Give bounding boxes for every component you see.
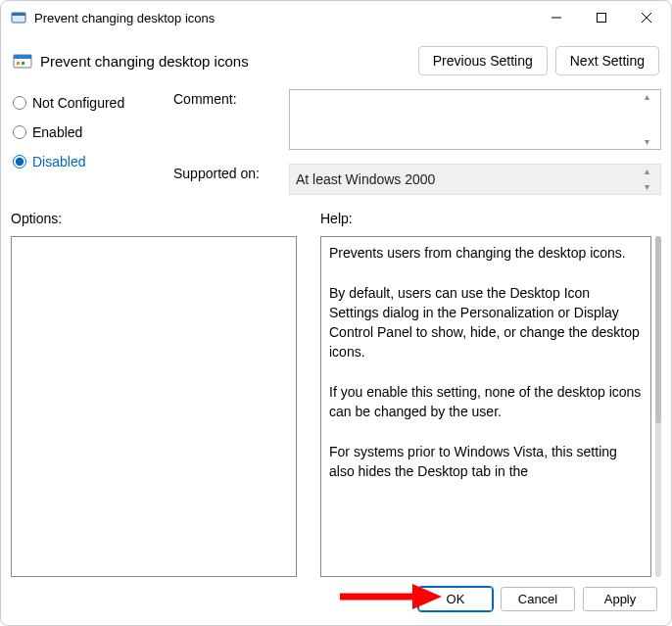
policy-window-icon	[11, 10, 26, 25]
svg-rect-7	[14, 55, 31, 59]
svg-rect-3	[598, 14, 606, 23]
radio-not-configured-input[interactable]	[13, 96, 26, 110]
options-box	[11, 236, 297, 577]
supported-label: Supported on:	[173, 164, 281, 181]
help-wrapper: Prevents users from changing the desktop…	[320, 236, 661, 577]
titlebar: Prevent changing desktop icons	[1, 1, 671, 34]
scroll-down-icon: ▾	[645, 137, 658, 147]
help-text-box[interactable]: Prevents users from changing the desktop…	[320, 236, 651, 577]
supported-on-value: At least Windows 2000	[296, 171, 435, 187]
comment-label: Comment:	[173, 89, 281, 107]
ok-button[interactable]: OK	[418, 587, 493, 611]
svg-rect-8	[17, 62, 20, 65]
dialog-footer: OK Cancel Apply	[11, 577, 661, 615]
supported-row: Supported on: At least Windows 2000 ▴ ▾	[173, 164, 661, 195]
help-scroll-thumb[interactable]	[655, 236, 661, 423]
radio-disabled-input[interactable]	[13, 155, 26, 169]
radio-not-configured[interactable]: Not Configured	[13, 95, 166, 111]
supported-on-field: At least Windows 2000 ▴ ▾	[289, 164, 661, 195]
policy-icon	[13, 51, 32, 71]
window-title: Prevent changing desktop icons	[34, 11, 534, 25]
svg-rect-9	[22, 62, 24, 65]
help-label: Help:	[320, 211, 661, 226]
fields-column: Comment: ▴ ▾ Supported on: At least Wind…	[173, 89, 661, 195]
dialog-content: Prevent changing desktop icons Previous …	[1, 34, 671, 625]
config-row: Not Configured Enabled Disabled Comment:	[11, 89, 661, 195]
radio-enabled-input[interactable]	[13, 125, 26, 139]
maximize-button[interactable]	[579, 3, 624, 32]
radio-disabled-label: Disabled	[32, 154, 85, 169]
radio-enabled[interactable]: Enabled	[13, 124, 166, 140]
comment-input[interactable]: ▴ ▾	[289, 89, 661, 150]
radio-enabled-label: Enabled	[32, 124, 82, 140]
close-button[interactable]	[624, 3, 669, 32]
policy-title: Prevent changing desktop icons	[40, 53, 410, 70]
options-column: Options:	[11, 211, 297, 577]
dialog-window: Prevent changing desktop icons	[0, 0, 672, 626]
middle-row: Options: Help: Prevents users from chang…	[11, 211, 661, 577]
radio-disabled[interactable]: Disabled	[13, 154, 166, 169]
minimize-button[interactable]	[534, 3, 579, 32]
help-scrollbar[interactable]	[655, 236, 661, 577]
help-column: Help: Prevents users from changing the d…	[320, 211, 661, 577]
header-row: Prevent changing desktop icons Previous …	[11, 40, 661, 89]
previous-setting-button[interactable]: Previous Setting	[418, 46, 548, 75]
supported-scroll: ▴ ▾	[645, 167, 658, 192]
scroll-up-icon: ▴	[645, 167, 658, 176]
next-setting-button[interactable]: Next Setting	[555, 46, 659, 75]
radio-not-configured-label: Not Configured	[32, 95, 124, 111]
scroll-up-icon: ▴	[645, 92, 658, 102]
svg-rect-1	[12, 13, 25, 16]
state-radio-group: Not Configured Enabled Disabled	[11, 89, 166, 195]
cancel-button[interactable]: Cancel	[501, 587, 575, 611]
apply-button[interactable]: Apply	[583, 587, 657, 611]
comment-row: Comment: ▴ ▾	[173, 89, 661, 150]
scroll-down-icon: ▾	[645, 182, 658, 192]
window-controls	[534, 3, 669, 32]
comment-scroll[interactable]: ▴ ▾	[645, 92, 658, 147]
options-label: Options:	[11, 211, 297, 226]
